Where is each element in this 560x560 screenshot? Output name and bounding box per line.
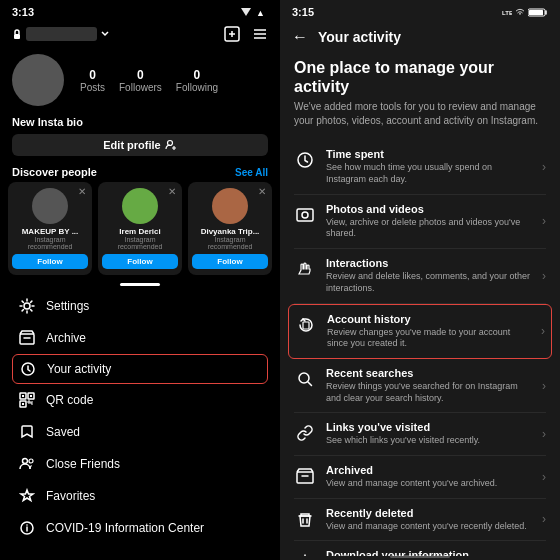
follow-button-2[interactable]: Follow [192, 254, 268, 269]
svg-rect-24 [303, 322, 309, 329]
svg-text:▲: ▲ [256, 8, 265, 17]
person-add-icon [165, 139, 177, 151]
followers-stat: 0 Followers [119, 68, 162, 93]
svg-point-14 [23, 459, 28, 464]
menu-icon-qr [18, 391, 36, 409]
follow-button-1[interactable]: Follow [102, 254, 178, 269]
menu-icon-bookmark [18, 423, 36, 441]
menu-item-saved[interactable]: Saved [12, 416, 268, 448]
back-button[interactable]: ← [292, 28, 308, 46]
svg-point-15 [29, 459, 33, 463]
activity-text-recently-deleted: Recently deleted View and manage content… [326, 507, 532, 533]
activity-title-links-visited: Links you've visited [326, 421, 532, 433]
right-time: 3:15 [292, 6, 314, 18]
menu-item-favorites[interactable]: Favorites [12, 480, 268, 512]
activity-chevron-time-spent: › [542, 160, 546, 174]
see-all-link[interactable]: See All [235, 167, 268, 178]
lock-icon [12, 29, 22, 39]
dismiss-person-2[interactable]: ✕ [258, 186, 266, 197]
svg-point-5 [24, 303, 30, 309]
activity-title-time-spent: Time spent [326, 148, 532, 160]
activity-item-archived[interactable]: Archived View and manage content you've … [294, 456, 546, 499]
person-rec-2: recommended [208, 243, 253, 250]
menu-icon-friends [18, 455, 36, 473]
person-card-1: ✕ Irem Derici Instagram recommended Foll… [98, 182, 182, 275]
activity-item-links-visited[interactable]: Links you've visited See which links you… [294, 413, 546, 456]
activity-item-time-spent[interactable]: Time spent See how much time you usually… [294, 140, 546, 194]
menu-item-settings[interactable]: Settings [12, 290, 268, 322]
svg-rect-12 [30, 395, 32, 397]
activity-chevron-archived: › [542, 470, 546, 484]
person-rec-0: recommended [28, 243, 73, 250]
menu-item-archive[interactable]: Archive [12, 322, 268, 354]
display-name: New Insta bio [0, 112, 280, 130]
activity-item-recently-deleted[interactable]: Recently deleted View and manage content… [294, 499, 546, 542]
activity-items-list: Time spent See how much time you usually… [294, 140, 546, 556]
right-panel: 3:15 LTE ← Your activity One place to ma… [280, 0, 560, 560]
activity-item-recent-searches[interactable]: Recent searches Review things you've sea… [294, 359, 546, 413]
menu-item-close-friends[interactable]: Close Friends [12, 448, 268, 480]
right-title: Your activity [318, 29, 401, 45]
person-source-1: Instagram [124, 236, 155, 243]
person-name-1: Irem Derici [102, 227, 178, 236]
following-stat: 0 Following [176, 68, 218, 93]
activity-title-recent-searches: Recent searches [326, 367, 532, 379]
activity-text-archived: Archived View and manage content you've … [326, 464, 532, 490]
person-rec-1: recommended [118, 243, 163, 250]
activity-desc-time-spent: See how much time you usually spend on I… [326, 162, 532, 185]
menu-item-label: COVID-19 Information Center [46, 521, 204, 535]
manage-title: One place to manage your activity [294, 58, 546, 96]
svg-marker-0 [241, 8, 251, 16]
discover-label: Discover people [12, 166, 97, 178]
menu-item-label: Archive [46, 331, 86, 345]
activity-text-account-history: Account history Review changes you've ma… [327, 313, 531, 350]
svg-rect-2 [14, 34, 20, 39]
svg-text:LTE: LTE [502, 10, 512, 16]
stats-row: 0 Posts 0 Followers 0 Following [80, 68, 218, 93]
posts-stat: 0 Posts [80, 68, 105, 93]
menu-item-your-activity[interactable]: Your activity [12, 354, 268, 384]
activity-chevron-links-visited: › [542, 427, 546, 441]
lte-icon: LTE [502, 8, 512, 16]
activity-desc-photos-videos: View, archive or delete photos and video… [326, 217, 532, 240]
section-divider [120, 283, 160, 286]
follow-button-0[interactable]: Follow [12, 254, 88, 269]
menu-item-covid-19-information-center[interactable]: COVID-19 Information Center [12, 512, 268, 544]
activity-title-recently-deleted: Recently deleted [326, 507, 532, 519]
activity-text-download-info: Download your information Download a cop… [326, 549, 532, 556]
svg-point-17 [26, 524, 28, 526]
menu-item-qr-code[interactable]: QR code [12, 384, 268, 416]
right-status-bar: 3:15 LTE [280, 0, 560, 22]
activity-item-account-history[interactable]: Account history Review changes you've ma… [288, 304, 552, 359]
activity-item-download-info[interactable]: Download your information Download a cop… [294, 541, 546, 556]
person-source-2: Instagram [214, 236, 245, 243]
svg-rect-13 [22, 403, 24, 405]
left-time: 3:13 [12, 6, 34, 18]
menu-icon[interactable] [252, 26, 268, 42]
menu-icon-star [18, 487, 36, 505]
activity-icon-trash [294, 508, 316, 530]
person-avatar-2 [212, 188, 248, 224]
activity-item-interactions[interactable]: Interactions Review and delete likes, co… [294, 249, 546, 303]
activity-chevron-account-history: › [541, 324, 545, 338]
activity-item-photos-videos[interactable]: Photos and videos View, archive or delet… [294, 195, 546, 249]
activity-icon-archive [294, 465, 316, 487]
activity-text-recent-searches: Recent searches Review things you've sea… [326, 367, 532, 404]
menu-item-label: Saved [46, 425, 80, 439]
add-post-icon[interactable] [224, 26, 240, 42]
username-area[interactable] [12, 27, 109, 41]
dismiss-person-1[interactable]: ✕ [168, 186, 176, 197]
menu-item-label: QR code [46, 393, 93, 407]
edit-profile-button[interactable]: Edit profile [12, 134, 268, 156]
dismiss-person-0[interactable]: ✕ [78, 186, 86, 197]
menu-list: Settings Archive Your activity QR code S… [0, 290, 280, 544]
activity-desc-account-history: Review changes you've made to your accou… [327, 327, 531, 350]
followers-count: 0 [137, 68, 144, 82]
activity-icon-interact [294, 258, 316, 280]
activity-title-photos-videos: Photos and videos [326, 203, 532, 215]
activity-desc-interactions: Review and delete likes, comments, and y… [326, 271, 532, 294]
person-card-0: ✕ MAKEUP BY ... Instagram recommended Fo… [8, 182, 92, 275]
profile-header [0, 22, 280, 48]
svg-rect-20 [529, 10, 543, 15]
following-count: 0 [194, 68, 201, 82]
